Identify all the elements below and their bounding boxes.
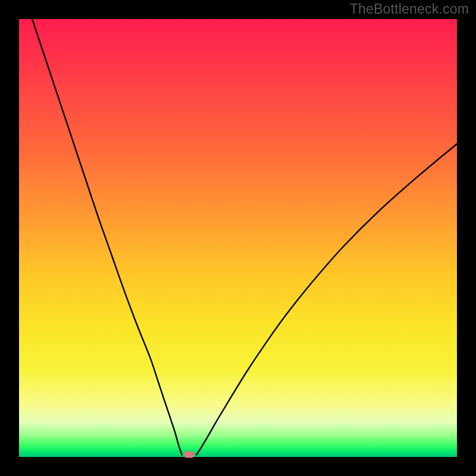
curve-left-branch bbox=[32, 19, 182, 455]
bottleneck-curve bbox=[19, 19, 457, 457]
attribution-text: TheBottleneck.com bbox=[350, 1, 469, 17]
curve-right-branch bbox=[196, 144, 457, 455]
optimum-marker bbox=[184, 452, 195, 458]
plot-area bbox=[19, 19, 457, 457]
